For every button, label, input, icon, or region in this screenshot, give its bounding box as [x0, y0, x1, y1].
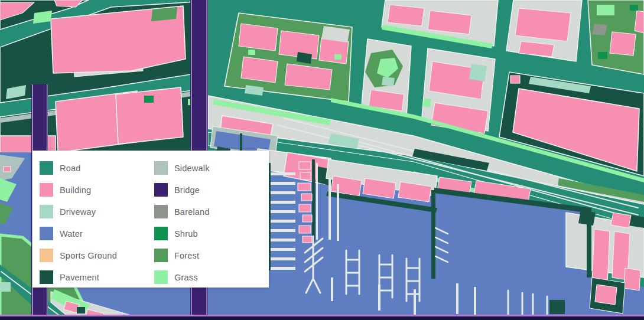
- driveway-swatch: [40, 205, 53, 218]
- legend-item-grass: Grass: [154, 266, 269, 288]
- road-swatch: [40, 161, 53, 175]
- legend-item-water: Water: [40, 223, 154, 244]
- pavement-swatch: [40, 270, 53, 284]
- legend-item-building: Building: [40, 179, 154, 201]
- legend-label-forest: Forest: [174, 251, 199, 260]
- bottom-bar: [0, 315, 644, 320]
- legend-label-grass: Grass: [174, 273, 198, 282]
- legend-label-driveway: Driveway: [60, 207, 96, 217]
- legend-label-pavement: Pavement: [60, 273, 99, 282]
- legend-label-building: Building: [60, 185, 91, 195]
- legend-item-bridge: Bridge: [154, 179, 269, 201]
- legend-label-road: Road: [60, 164, 80, 173]
- legend-label-bridge: Bridge: [174, 185, 200, 195]
- legend-label-bareland: Bareland: [174, 207, 210, 217]
- legend-label-sports-ground: Sports Ground: [60, 251, 117, 260]
- forest-swatch: [154, 249, 168, 262]
- legend-item-driveway: Driveway: [40, 201, 154, 223]
- legend-item-bareland: Bareland: [154, 201, 269, 223]
- building-swatch: [40, 183, 53, 197]
- legend-label-shrub: Shrub: [174, 229, 198, 239]
- legend-item-pavement: Pavement: [40, 266, 154, 288]
- legend-item-sidewalk: Sidewalk: [154, 157, 269, 179]
- legend-card: Road Building Driveway Water Sports Grou…: [32, 151, 269, 288]
- bridge-swatch: [154, 183, 168, 197]
- legend-item-shrub: Shrub: [154, 223, 269, 244]
- legend-label-sidewalk: Sidewalk: [174, 164, 210, 173]
- legend-item-road: Road: [40, 157, 154, 179]
- bareland-swatch: [154, 205, 168, 218]
- sports-ground-swatch: [40, 249, 53, 262]
- water-swatch: [40, 227, 53, 240]
- legend-item-forest: Forest: [154, 244, 269, 266]
- sidewalk-swatch: [154, 161, 168, 175]
- shrub-swatch: [154, 227, 168, 240]
- map-viewer: Road Building Driveway Water Sports Grou…: [0, 0, 644, 320]
- legend-label-water: Water: [60, 229, 83, 239]
- legend-item-sports-ground: Sports Ground: [40, 244, 154, 266]
- grass-swatch: [154, 270, 168, 284]
